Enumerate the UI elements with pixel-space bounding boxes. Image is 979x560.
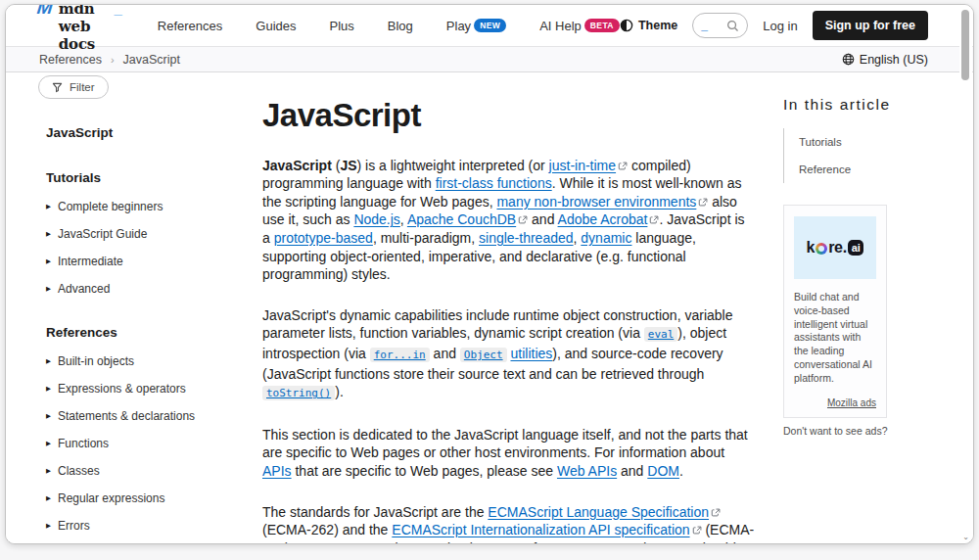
external-link-icon: [649, 215, 659, 225]
chevron-right-icon: ▶: [46, 495, 51, 502]
article-link[interactable]: APIs: [262, 463, 292, 479]
nav-link-label: References: [158, 19, 222, 33]
nav-link-label: Guides: [256, 19, 296, 33]
sidebar-item-javascript-guide[interactable]: ▶JavaScript Guide: [46, 228, 239, 240]
article-link[interactable]: Node.js: [353, 211, 399, 227]
mdn-logo[interactable]: M mdn web docs _: [37, 4, 122, 53]
article-paragraph: The standards for JavaScript are the ECM…: [262, 503, 756, 545]
scrollbar[interactable]: ⌄: [959, 6, 972, 542]
main-menu: ReferencesGuidesPlusBlogPlayNEWAI HelpBE…: [158, 19, 620, 33]
mdn-m-icon: M: [36, 4, 54, 17]
sidebar-item-regular-expressions[interactable]: ▶Regular expressions: [46, 492, 239, 504]
toc-item-tutorials[interactable]: Tutorials: [784, 128, 942, 156]
sidebar-item-classes[interactable]: ▶Classes: [46, 465, 239, 477]
sidebar-item-label: JavaScript Guide: [58, 227, 147, 241]
filter-label: Filter: [70, 81, 95, 93]
external-link-icon: [518, 215, 528, 225]
kore-logo-o-icon: [816, 243, 827, 255]
article-link[interactable]: prototype-based: [274, 230, 373, 246]
ad-panel[interactable]: k re. ai Build chat and voice-based inte…: [783, 205, 887, 418]
kore-logo-chip: ai: [848, 240, 864, 256]
external-link-icon: [711, 508, 721, 518]
right-rail: In this article TutorialsReference k re.…: [783, 72, 942, 543]
nav-link-label: Blog: [388, 19, 413, 33]
nav-link-plus[interactable]: Plus: [330, 19, 354, 33]
chevron-right-icon: ▶: [46, 358, 51, 365]
sidebar-item-built-in-objects[interactable]: ▶Built-in objects: [46, 355, 239, 367]
breadcrumb-bar: References›JavaScript English (US): [6, 46, 973, 72]
external-link[interactable]: Adobe Acrobat: [558, 211, 648, 227]
scrollbar-thumb[interactable]: [961, 10, 969, 80]
external-link[interactable]: just-in-time: [549, 158, 616, 173]
search-icon: [726, 20, 739, 32]
external-link-icon: [698, 198, 708, 208]
sidebar-item-label: Statements & declarations: [58, 409, 195, 423]
nav-link-references[interactable]: References: [158, 19, 222, 33]
search-input[interactable]: _: [692, 13, 748, 38]
sidebar-item-label: Complete beginners: [58, 200, 163, 213]
sidebar-item-complete-beginners[interactable]: ▶Complete beginners: [46, 201, 239, 212]
theme-toggle[interactable]: Theme: [620, 19, 677, 32]
external-link-icon: [618, 162, 628, 171]
chevron-right-icon: ▶: [46, 286, 51, 293]
code-link[interactable]: eval: [644, 327, 678, 342]
article-link[interactable]: first-class functions: [436, 175, 552, 191]
filter-button[interactable]: Filter: [38, 75, 109, 99]
theme-label: Theme: [638, 19, 677, 32]
breadcrumb-item-references[interactable]: References: [39, 53, 102, 67]
nav-link-label: Plus: [330, 19, 354, 33]
bold-text: JavaScript: [262, 158, 332, 173]
language-switcher[interactable]: English (US): [842, 53, 928, 67]
toc-list: TutorialsReference: [783, 128, 942, 183]
ad-logo-block: k re. ai: [794, 216, 876, 279]
article-paragraph: JavaScript (JS) is a lightweight interpr…: [262, 157, 756, 284]
sidebar-item-advanced[interactable]: ▶Advanced: [46, 283, 239, 295]
chevron-right-icon: ▶: [46, 523, 51, 530]
sidebar-item-intermediate[interactable]: ▶Intermediate: [46, 256, 239, 267]
sidebar-item-label: Advanced: [58, 282, 110, 296]
external-link[interactable]: Apache CouchDB: [407, 211, 516, 227]
external-link[interactable]: ECMAScript Internationalization API spec…: [392, 522, 689, 537]
sidebar-item-functions[interactable]: ▶Functions: [46, 438, 239, 449]
nav-link-guides[interactable]: Guides: [256, 19, 296, 33]
sidebar-item-label: Intermediate: [58, 255, 123, 268]
page-title: JavaScript: [262, 96, 756, 135]
kore-logo-suffix: re.: [828, 239, 847, 257]
sidebar-item-statements-declarations[interactable]: ▶Statements & declarations: [46, 410, 239, 422]
breadcrumb-separator-icon: ›: [111, 54, 115, 66]
breadcrumb-item-javascript[interactable]: JavaScript: [123, 53, 180, 67]
external-link[interactable]: many non-browser environments: [496, 194, 696, 210]
ad-optout-link[interactable]: Don't want to see ads?: [783, 425, 942, 437]
sidebar-root-javascript[interactable]: JavaScript: [46, 125, 239, 140]
sidebar: Filter JavaScript Tutorials▶Complete beg…: [6, 72, 239, 543]
article-link[interactable]: dynamic: [581, 230, 631, 246]
login-link[interactable]: Log in: [763, 19, 797, 33]
sidebar-item-expressions-operators[interactable]: ▶Expressions & operators: [46, 383, 239, 395]
toc-item-reference[interactable]: Reference: [784, 156, 942, 183]
sidebar-item-errors[interactable]: ▶Errors: [46, 520, 239, 532]
code-link[interactable]: toString(): [262, 386, 335, 400]
chevron-right-icon: ▶: [46, 441, 51, 447]
scrollbar-down-icon[interactable]: ⌄: [959, 534, 972, 541]
code-link[interactable]: Object: [460, 348, 507, 362]
sidebar-item-label: Functions: [58, 437, 109, 450]
nav-link-blog[interactable]: Blog: [388, 19, 413, 33]
article-link[interactable]: DOM: [647, 463, 679, 479]
article-link[interactable]: utilities: [510, 346, 552, 361]
mozilla-ads-link[interactable]: Mozilla ads: [794, 397, 876, 408]
sidebar-sections: Tutorials▶Complete beginners▶JavaScript …: [38, 157, 239, 544]
sidebar-heading-tutorials: Tutorials: [46, 157, 239, 185]
logo-underscore: _: [114, 4, 121, 17]
nav-link-ai-help[interactable]: AI HelpBETA: [539, 19, 620, 33]
globe-icon: [842, 53, 855, 66]
signup-button[interactable]: Sign up for free: [813, 11, 928, 40]
external-link[interactable]: ECMAScript Language Specification: [488, 504, 709, 520]
nav-link-label: Play: [446, 19, 471, 33]
top-navigation: M mdn web docs _ ReferencesGuidesPlusBlo…: [6, 5, 973, 46]
chevron-right-icon: ▶: [46, 386, 51, 393]
code-link[interactable]: for...in: [370, 348, 430, 362]
article-link[interactable]: Web APIs: [557, 463, 617, 479]
article-link[interactable]: single-threaded: [479, 230, 574, 246]
external-link-icon: [692, 526, 702, 536]
nav-link-play[interactable]: PlayNEW: [446, 19, 506, 33]
